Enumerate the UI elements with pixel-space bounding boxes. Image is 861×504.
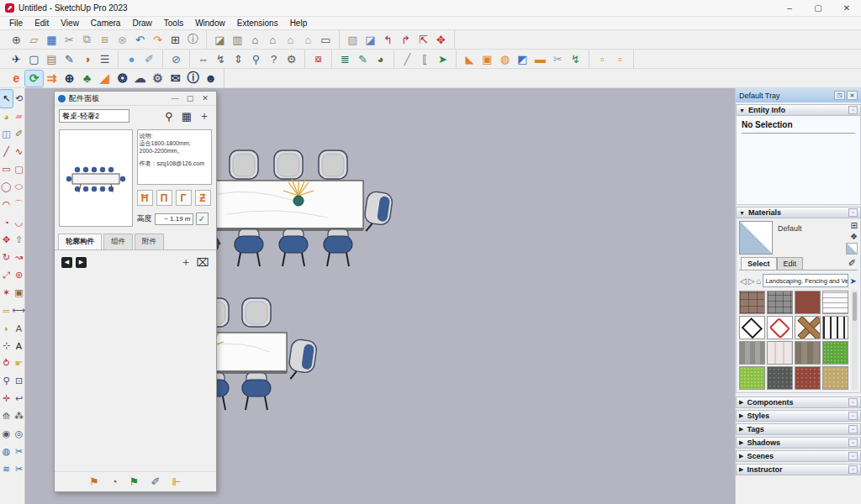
new-icon[interactable]: ⊕: [8, 32, 25, 48]
trash-button[interactable]: ⌧: [196, 256, 209, 269]
mail-icon[interactable]: ✉: [166, 71, 184, 87]
enscape-logo-icon[interactable]: e: [8, 71, 25, 87]
offset-tool[interactable]: ⊚: [13, 266, 25, 284]
leg-style-4-button[interactable]: Ƶ: [195, 190, 211, 206]
frame-flag-icon[interactable]: ⚑: [89, 475, 99, 488]
info-icon[interactable]: ⓘ: [184, 71, 202, 87]
menu-tools[interactable]: Tools: [158, 18, 189, 28]
delete-icon[interactable]: ⊗: [114, 32, 131, 48]
copy-icon[interactable]: ⧉: [78, 32, 96, 48]
materials-detail-arrow-button[interactable]: ➤: [850, 276, 857, 286]
swatch-gravel-red[interactable]: [795, 366, 821, 390]
arc-tool[interactable]: ◠: [0, 196, 13, 213]
component-tool[interactable]: ◫: [0, 125, 13, 143]
tray-section-instructor[interactable]: ▶Instructor▫: [736, 464, 861, 475]
print-icon[interactable]: ⊞: [166, 32, 184, 48]
material-detail-button[interactable]: ❖: [850, 232, 858, 241]
minimize-button[interactable]: –: [775, 0, 804, 17]
material-knife-tool[interactable]: ✐: [13, 125, 25, 143]
confirm-check-button[interactable]: ✓: [196, 213, 209, 225]
view-top-icon[interactable]: ▥: [229, 32, 246, 48]
tray-close-button[interactable]: ✕: [847, 91, 858, 100]
section-display-icon[interactable]: ↰: [379, 32, 397, 48]
tray-section-tags[interactable]: ▶Tags▫: [736, 423, 861, 435]
text-tool[interactable]: A: [13, 319, 25, 337]
section-options-button[interactable]: ▫: [848, 465, 858, 474]
height-value-field[interactable]: ~ 1.19 m: [155, 213, 193, 225]
swatch-wire-fence[interactable]: [822, 291, 848, 314]
pie-tool[interactable]: ◔: [0, 213, 13, 231]
axes-tool[interactable]: ⊹: [0, 337, 13, 354]
rect-eraser-icon[interactable]: ▬: [531, 51, 549, 67]
paste-icon[interactable]: ⧈: [96, 32, 114, 48]
zoom-extents-tool[interactable]: ✛: [0, 390, 13, 407]
material-preview[interactable]: [739, 221, 773, 255]
menu-file[interactable]: File: [3, 18, 29, 28]
pencil-grid-icon[interactable]: ✎: [354, 51, 372, 67]
follow-me-tool[interactable]: ↝: [13, 249, 25, 266]
swatch-red-rough[interactable]: [795, 291, 821, 314]
3d-text-tool[interactable]: A: [13, 337, 25, 354]
ellipse-tool[interactable]: ⬭: [13, 178, 25, 196]
section-options-button[interactable]: ▫: [848, 425, 858, 433]
swatch-grass-light[interactable]: [739, 366, 765, 390]
orbit-tool[interactable]: ⥁: [0, 354, 13, 372]
dropper-icon[interactable]: ✐: [151, 475, 160, 488]
user-icon[interactable]: ☻: [202, 71, 219, 87]
undo-icon[interactable]: ↶: [131, 32, 149, 48]
freehand-tool[interactable]: ∿: [13, 143, 25, 160]
materials-back-button[interactable]: ◁: [740, 276, 747, 286]
wedge-icon[interactable]: ◩: [514, 51, 531, 67]
leg-style-2-button[interactable]: Π: [156, 190, 172, 206]
swatch-stone-pavers[interactable]: [739, 291, 765, 314]
materials-header[interactable]: ▼ Materials ▫: [736, 207, 861, 218]
materials-tab-select[interactable]: Select: [741, 257, 777, 270]
swatch-wood-planks[interactable]: [795, 341, 821, 365]
gears-icon[interactable]: ⚙: [149, 71, 166, 87]
close-button[interactable]: ✕: [832, 0, 861, 17]
section-outline-icon[interactable]: ⇱: [415, 32, 432, 48]
swatch-hex-lattice[interactable]: [767, 316, 793, 339]
panel-tab-组件[interactable]: 组件: [103, 234, 133, 249]
tree-shield-icon[interactable]: ♣: [78, 71, 96, 87]
leg-style-1-button[interactable]: Ħ: [137, 190, 153, 206]
swatch-cross-wood[interactable]: [795, 316, 821, 339]
walk-tool[interactable]: ⁂: [13, 407, 25, 425]
section-scissors-b[interactable]: ✂: [13, 460, 25, 478]
menu-draw[interactable]: Draw: [126, 18, 157, 28]
swatch-gray-fence[interactable]: [739, 341, 765, 365]
orange-arrows-icon[interactable]: ⇉: [43, 71, 61, 87]
section-options-button[interactable]: ▫: [848, 452, 858, 460]
section-expand-icon[interactable]: ✥: [432, 32, 450, 48]
menu-extensions[interactable]: Extensions: [231, 18, 284, 28]
section-scissors-a[interactable]: ✂: [13, 443, 25, 460]
save-icon[interactable]: ▦: [179, 108, 194, 123]
solids-icon[interactable]: ◍: [496, 51, 514, 67]
materials-scrollbar[interactable]: [852, 291, 858, 390]
menu-edit[interactable]: Edit: [29, 18, 55, 28]
check-post-icon[interactable]: ⚑: [129, 475, 140, 488]
small-box-a-icon[interactable]: ▫: [594, 51, 611, 67]
paint-bucket-tool[interactable]: ◕: [0, 108, 13, 125]
panel-tab-附件[interactable]: 附件: [135, 234, 164, 249]
materials-category-dropdown[interactable]: Landscaping, Fencing and Veg ∨: [763, 274, 848, 287]
open-folder-icon[interactable]: ▱: [25, 32, 43, 48]
refresh-icon[interactable]: ⟳: [25, 71, 43, 87]
component-panel-titlebar[interactable]: 配件面板 — ▢ ✕: [55, 92, 216, 106]
pen-tool-icon[interactable]: ✐: [140, 51, 158, 67]
materials-tab-edit[interactable]: Edit: [777, 257, 804, 270]
cloud-upload-icon[interactable]: ☁: [131, 71, 149, 87]
panel-maximize-button[interactable]: ▢: [182, 94, 198, 102]
section-tool-a[interactable]: ◍: [0, 443, 13, 460]
save-icon[interactable]: ▦: [43, 32, 61, 48]
component-description[interactable]: 说明:适合1600-1800mm;2000-2200mm。作者：szq108@1…: [137, 129, 212, 185]
position-camera-tool[interactable]: ⟰: [0, 407, 13, 425]
panel-minimize-button[interactable]: —: [167, 94, 182, 102]
ramp-layers-icon[interactable]: ◢: [96, 71, 114, 87]
solid-box-tool[interactable]: ▣: [13, 284, 25, 302]
updown-arrows-icon[interactable]: ⇕: [230, 51, 247, 67]
cut-icon[interactable]: ✂: [61, 32, 78, 48]
swatch-gravel-dark[interactable]: [767, 366, 793, 390]
no-entry-box-icon[interactable]: ⊘: [167, 51, 185, 67]
clipboard-export-icon[interactable]: ⧇: [309, 51, 327, 67]
